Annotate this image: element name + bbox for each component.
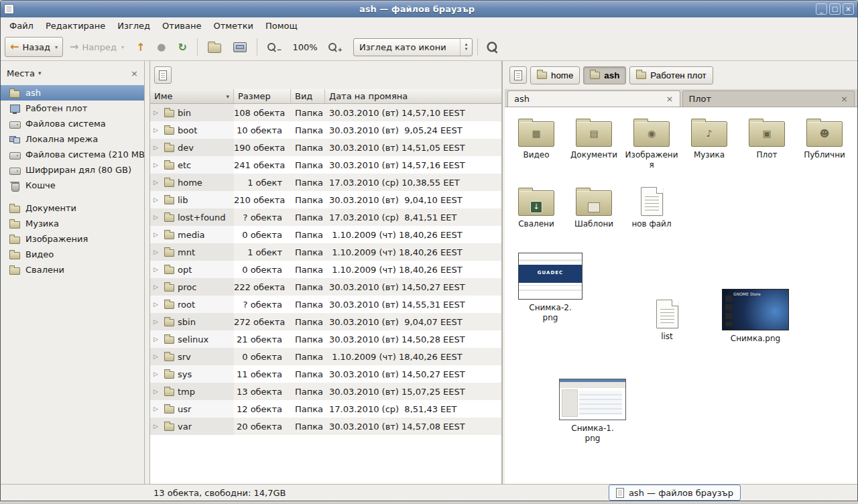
search-button[interactable] [483,37,502,57]
table-row[interactable]: ▷ etc 241 обекта Папка 30.03.2010 (вт) 1… [150,156,501,174]
sidebar-item[interactable]: ash [1,85,144,101]
table-row[interactable]: ▷ bin 108 обекта Папка 30.03.2010 (вт) 1… [150,104,501,121]
file-name: mnt [178,247,195,257]
icon-item[interactable]: GUADEC Снимка-2.png [514,253,587,323]
expander-icon[interactable]: ▷ [154,301,161,308]
expander-icon[interactable]: ▷ [154,284,161,290]
column-header-date[interactable]: Дата на промяна [325,89,501,103]
expander-icon[interactable]: ▷ [154,196,161,203]
folder-icon [164,180,174,187]
column-header-size[interactable]: Размер [234,89,291,103]
table-row[interactable]: ▷ root ? обекта Папка 30.03.2010 (вт) 14… [150,296,501,313]
menu-item[interactable]: Редактиране [40,19,111,33]
expander-icon[interactable]: ▷ [154,127,161,133]
maximize-button[interactable]: □ [829,3,841,15]
table-row[interactable]: ▷ sbin 272 обекта Папка 30.03.2010 (вт) … [150,313,501,330]
menu-item[interactable]: Отиване [156,19,207,33]
path-button[interactable]: ash [583,66,626,84]
file-size: 0 обекта [234,230,291,240]
folder-icon [164,354,174,361]
places-close-icon[interactable]: × [131,68,138,78]
sidebar-item[interactable]: Изображения [1,231,144,247]
sidebar-item[interactable]: Видео [1,247,144,262]
expander-icon[interactable]: ▷ [154,371,161,377]
tab-close-icon[interactable]: × [666,94,674,104]
places-collapse-icon[interactable]: ▾ [38,70,42,76]
table-row[interactable]: ▷ home 1 обект Папка 17.03.2010 (ср) 10,… [150,174,501,191]
expander-icon[interactable]: ▷ [154,179,161,186]
tab-close-icon[interactable]: × [841,94,848,104]
combo-arrows-icon[interactable]: ▴▾ [460,39,472,56]
back-icon: ← [10,42,19,52]
sidebar-item[interactable]: Файлова система (210 MB) [1,147,144,162]
zoom-out-button[interactable]: − [262,37,288,57]
titlebar[interactable]: ash — файлов браузър _ □ × [1,1,857,17]
menu-item[interactable]: Помощ [259,19,304,33]
sidebar-item[interactable]: Свалени [1,262,144,277]
home-button[interactable] [202,37,227,57]
menu-item[interactable]: Файл [3,19,40,33]
taskbar-window-button[interactable]: ash — файлов браузър [609,485,741,501]
back-dropdown-icon[interactable]: ▾ [55,44,58,50]
expander-icon[interactable]: ▷ [154,231,161,238]
stop-button[interactable]: ● [151,37,171,57]
expander-icon[interactable]: ▷ [154,109,161,116]
icon-item[interactable]: Снимка-1.png [556,379,629,444]
tab[interactable]: ash × [507,90,680,107]
table-row[interactable]: ▷ opt 0 обекта Папка 1.10.2009 (чт) 18,4… [150,261,501,278]
table-row[interactable]: ▷ selinux 21 обекта Папка 30.03.2010 (вт… [150,330,501,348]
table-row[interactable]: ▷ sys 11 обекта Папка 30.03.2010 (вт) 14… [150,365,501,383]
sidebar-item[interactable]: Работен плот [1,101,144,116]
table-row[interactable]: ▷ media 0 обекта Папка 1.10.2009 (чт) 18… [150,226,501,243]
table-row[interactable]: ▷ var 20 обекта Папка 30.03.2010 (вт) 14… [150,418,501,435]
expander-icon[interactable]: ▷ [154,162,161,168]
table-row[interactable]: ▷ lost+found ? обекта Папка 17.03.2010 (… [150,208,501,226]
table-row[interactable]: ▷ proc 222 обекта Папка 30.03.2010 (вт) … [150,278,501,296]
table-row[interactable]: ▷ srv 0 обекта Папка 1.10.2009 (чт) 18,4… [150,348,501,365]
view-mode-combo[interactable]: Изглед като икони ▴▾ [353,38,473,56]
pane-splitter[interactable] [145,61,149,484]
expander-icon[interactable]: ▷ [154,249,161,255]
path-root-button[interactable] [509,66,527,84]
icon-item[interactable]: list [646,300,688,342]
up-button[interactable]: ↑ [131,37,150,57]
table-row[interactable]: ▷ boot 10 обекта Папка 30.03.2010 (вт) 9… [150,121,501,139]
table-row[interactable]: ▷ mnt 1 обект Папка 1.10.2009 (чт) 18,40… [150,243,501,261]
table-row[interactable]: ▷ tmp 13 обекта Папка 30.03.2010 (вт) 15… [150,383,501,400]
reload-button[interactable]: ↻ [172,37,192,57]
file-name: media [178,230,205,240]
back-button[interactable]: ← Назад ▾ [5,37,63,57]
expander-icon[interactable]: ▷ [154,266,161,273]
expander-icon[interactable]: ▷ [154,318,161,325]
icon-item[interactable]: GNOME Store Снимка.png [718,289,793,344]
close-button[interactable]: × [843,3,854,15]
sidebar-item[interactable]: Документи [1,200,144,216]
expander-icon[interactable]: ▷ [154,405,161,412]
sidebar-item[interactable]: Локална мрежа [1,131,144,147]
table-row[interactable]: ▷ usr 12 обекта Папка 17.03.2010 (ср) 8,… [150,400,501,418]
sidebar-item[interactable]: Музика [1,216,144,231]
sidebar-item[interactable]: Шифриран дял (80 GB) [1,162,144,178]
expander-icon[interactable]: ▷ [154,336,161,342]
zoom-in-button[interactable]: + [323,37,349,57]
expander-icon[interactable]: ▷ [154,423,161,430]
path-button[interactable]: home [530,66,580,84]
computer-button[interactable] [228,37,252,57]
location-root-button[interactable] [154,66,172,84]
path-button[interactable]: Работен плот [629,66,713,84]
sidebar-item[interactable]: Кошче [1,178,144,193]
tab[interactable]: Плот × [682,90,855,107]
menu-item[interactable]: Изглед [111,19,156,33]
column-header-type[interactable]: Вид [291,89,325,103]
expander-icon[interactable]: ▷ [154,388,161,395]
expander-icon[interactable]: ▷ [154,353,161,360]
table-row[interactable]: ▷ lib 210 обекта Папка 30.03.2010 (вт) 9… [150,191,501,208]
table-row[interactable]: ▷ dev 190 обекта Папка 30.03.2010 (вт) 1… [150,139,501,156]
expander-icon[interactable]: ▷ [154,214,161,220]
column-header-name[interactable]: Име ▾ [150,89,234,103]
forward-button[interactable]: → Напред ▾ [64,37,129,57]
minimize-button[interactable]: _ [816,3,827,15]
sidebar-item[interactable]: Файлова система [1,116,144,131]
expander-icon[interactable]: ▷ [154,144,161,151]
menu-item[interactable]: Отметки [207,19,259,33]
